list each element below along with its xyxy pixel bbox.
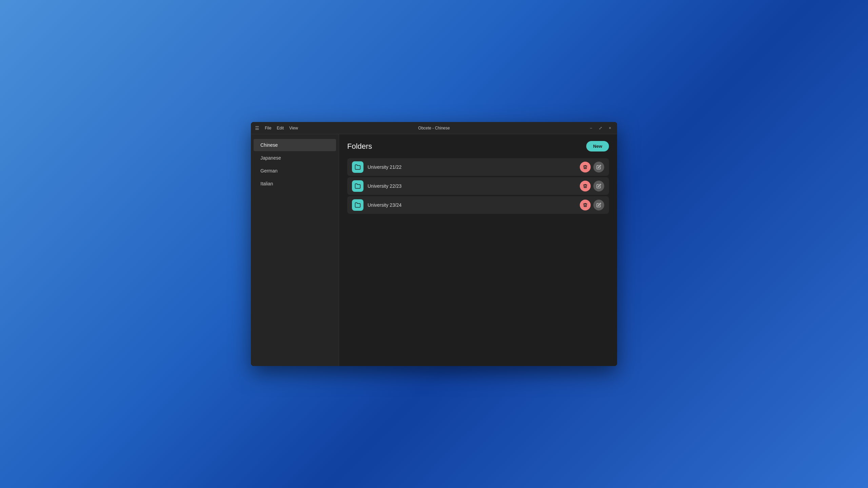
menu-file[interactable]: File — [265, 126, 271, 130]
sidebar-item-japanese[interactable]: Japanese — [254, 152, 336, 164]
delete-button[interactable] — [580, 181, 591, 191]
folder-icon — [352, 180, 363, 192]
content-header: Folders New — [347, 141, 609, 151]
menu-view[interactable]: View — [289, 126, 298, 130]
delete-button[interactable] — [580, 200, 591, 210]
edit-button[interactable] — [593, 181, 604, 191]
folder-name: University 23/24 — [368, 202, 580, 208]
window-title: Obcete - Chinese — [418, 126, 450, 130]
hamburger-icon[interactable]: ☰ — [255, 125, 259, 131]
page-title: Folders — [347, 142, 372, 151]
sidebar-item-german[interactable]: German — [254, 165, 336, 177]
delete-button[interactable] — [580, 162, 591, 172]
folder-name: University 21/22 — [368, 164, 580, 170]
folder-icon — [352, 161, 363, 173]
new-button[interactable]: New — [586, 141, 609, 151]
sidebar-item-chinese[interactable]: Chinese — [254, 139, 336, 151]
sidebar-item-italian[interactable]: Italian — [254, 178, 336, 190]
sidebar: ChineseJapaneseGermanItalian — [251, 134, 339, 366]
menu-edit[interactable]: Edit — [277, 126, 284, 130]
folder-name: University 22/23 — [368, 183, 580, 189]
menu-bar: ☰ File Edit View — [255, 125, 298, 131]
content-area: Folders New University 21/22 — [339, 134, 617, 366]
window-controls: − ⤢ × — [588, 125, 613, 131]
folder-actions — [580, 162, 604, 172]
edit-button[interactable] — [593, 162, 604, 172]
edit-button[interactable] — [593, 200, 604, 210]
list-item: University 23/24 — [347, 196, 609, 214]
list-item: University 21/22 — [347, 158, 609, 176]
minimize-button[interactable]: − — [588, 125, 594, 131]
maximize-button[interactable]: ⤢ — [597, 125, 604, 131]
folder-list: University 21/22 — [347, 158, 609, 214]
list-item: University 22/23 — [347, 177, 609, 195]
close-button[interactable]: × — [607, 125, 613, 131]
folder-actions — [580, 181, 604, 191]
folder-icon — [352, 199, 363, 211]
main-content: ChineseJapaneseGermanItalian Folders New… — [251, 134, 617, 366]
folder-actions — [580, 200, 604, 210]
app-window: ☰ File Edit View Obcete - Chinese − ⤢ × … — [251, 122, 617, 366]
title-bar: ☰ File Edit View Obcete - Chinese − ⤢ × — [251, 122, 617, 134]
